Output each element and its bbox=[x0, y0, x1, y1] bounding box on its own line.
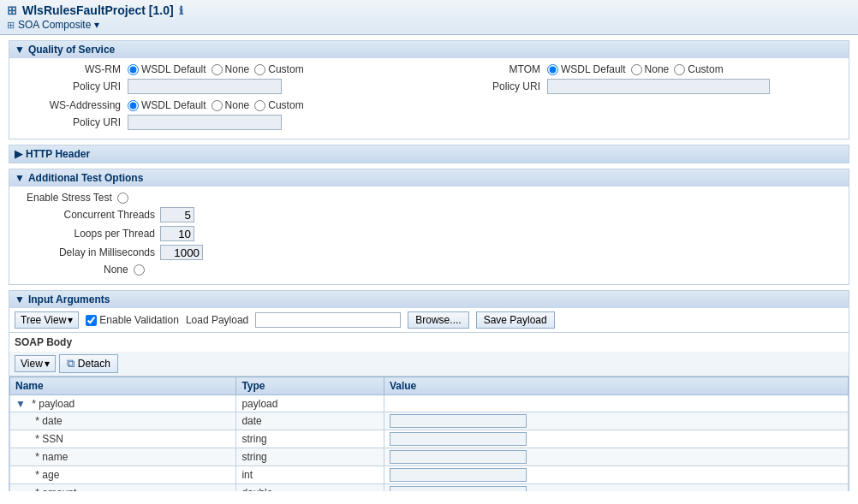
info-icon[interactable]: ℹ bbox=[179, 4, 183, 17]
mtom-row: MTOM WSDL Default None bbox=[438, 63, 840, 75]
wsaddr-policy-input[interactable] bbox=[128, 115, 282, 130]
wsrm-wsdldefault-option[interactable]: WSDL Default bbox=[128, 63, 206, 75]
wsrm-wsdldefault-radio[interactable] bbox=[128, 64, 139, 75]
mtom-label: MTOM bbox=[438, 63, 540, 75]
soap-body-label: SOAP Body bbox=[9, 333, 849, 352]
mtom-custom-label: Custom bbox=[688, 63, 723, 75]
soa-composite-icon: ⊞ bbox=[7, 20, 15, 31]
additional-test-title: Additional Test Options bbox=[28, 172, 143, 184]
none-row: None bbox=[18, 264, 840, 276]
stress-test-radio[interactable] bbox=[117, 193, 128, 204]
row-value-date[interactable] bbox=[384, 412, 848, 430]
additional-test-header[interactable]: ▼ Additional Test Options bbox=[9, 169, 849, 187]
row-value-payload bbox=[384, 395, 848, 412]
row-name-amount: * amount bbox=[10, 484, 236, 492]
concurrent-threads-input[interactable]: 5 bbox=[160, 207, 194, 222]
age-name: * age bbox=[35, 469, 59, 481]
qos-section: ▼ Quality of Service WS-RM WSDL Default bbox=[9, 40, 849, 139]
wsaddr-custom-option[interactable]: Custom bbox=[254, 99, 303, 111]
tree-expand-icon[interactable]: ▼ bbox=[15, 398, 26, 410]
concurrent-threads-label: Concurrent Threads bbox=[44, 209, 155, 221]
qos-collapse-icon: ▼ bbox=[15, 44, 25, 56]
mtom-custom-radio[interactable] bbox=[674, 64, 685, 75]
http-header-section-header[interactable]: ▶ HTTP Header bbox=[9, 145, 849, 163]
save-payload-button[interactable]: Save Payload bbox=[476, 311, 555, 329]
tree-view-dropdown-icon: ▾ bbox=[68, 314, 73, 326]
age-value-input[interactable] bbox=[390, 468, 527, 482]
enable-validation-label[interactable]: Enable Validation bbox=[86, 314, 179, 326]
table-header-row: Name Type Value bbox=[10, 377, 849, 395]
input-arguments-title: Input Arguments bbox=[28, 294, 110, 305]
wsrm-custom-radio[interactable] bbox=[254, 64, 265, 75]
main-content: ▼ Quality of Service WS-RM WSDL Default bbox=[0, 35, 858, 491]
wsrm-none-radio[interactable] bbox=[212, 64, 223, 75]
delay-ms-label: Delay in Milliseconds bbox=[44, 246, 155, 258]
wsaddr-wsdldefault-option[interactable]: WSDL Default bbox=[128, 99, 206, 111]
wsrm-label: WS-RM bbox=[18, 63, 121, 75]
row-value-amount[interactable] bbox=[384, 484, 848, 492]
ssn-name: * SSN bbox=[35, 433, 63, 445]
row-type-name: string bbox=[236, 448, 384, 466]
date-value-input[interactable] bbox=[390, 414, 527, 428]
amount-value-input[interactable] bbox=[390, 486, 527, 491]
wsaddr-custom-radio[interactable] bbox=[254, 100, 265, 111]
soap-toolbar: View ▾ ⧉ Detach bbox=[9, 352, 849, 377]
row-value-ssn[interactable] bbox=[384, 430, 848, 448]
mtom-wsdldefault-option[interactable]: WSDL Default bbox=[547, 63, 626, 75]
wsaddr-none-label: None bbox=[225, 99, 250, 111]
mtom-none-option[interactable]: None bbox=[631, 63, 670, 75]
additional-test-body: Enable Stress Test Concurrent Threads 5 … bbox=[9, 187, 849, 284]
detach-button[interactable]: ⧉ Detach bbox=[59, 354, 118, 373]
http-header-section: ▶ HTTP Header bbox=[9, 145, 849, 163]
mtom-none-label: None bbox=[645, 63, 670, 75]
col-value-header: Value bbox=[384, 377, 848, 395]
wsrm-radio-group: WSDL Default None Custom bbox=[128, 63, 304, 75]
row-name-payload: ▼ * payload bbox=[10, 395, 236, 412]
name-value-input[interactable] bbox=[390, 450, 527, 464]
delay-ms-input[interactable]: 1000 bbox=[160, 245, 203, 260]
view-dropdown-icon: ▾ bbox=[45, 358, 50, 370]
input-arguments-header[interactable]: ▼ Input Arguments bbox=[9, 291, 849, 308]
input-arguments-section: ▼ Input Arguments Tree View ▾ Enable Val… bbox=[9, 290, 849, 491]
amount-name: * amount bbox=[35, 487, 76, 491]
qos-left: WS-RM WSDL Default None bbox=[18, 63, 420, 133]
soap-body-table: Name Type Value ▼ * payload payload bbox=[9, 377, 849, 491]
mtom-custom-option[interactable]: Custom bbox=[674, 63, 723, 75]
mtom-policy-label: Policy URI bbox=[438, 80, 540, 92]
input-arguments-body: Tree View ▾ Enable Validation Load Paylo… bbox=[9, 308, 849, 491]
wsrm-none-option[interactable]: None bbox=[212, 63, 250, 75]
soa-composite-bar[interactable]: ⊞ SOA Composite ▾ bbox=[7, 19, 851, 31]
name-name: * name bbox=[35, 451, 68, 463]
table-row: * amount double bbox=[10, 484, 849, 492]
none-radio[interactable] bbox=[134, 264, 145, 276]
tree-view-button[interactable]: Tree View ▾ bbox=[15, 311, 79, 329]
row-value-age[interactable] bbox=[384, 466, 848, 484]
view-button[interactable]: View ▾ bbox=[15, 355, 56, 372]
loops-per-thread-row: Loops per Thread 10 bbox=[18, 226, 840, 241]
wsaddr-custom-label: Custom bbox=[268, 99, 303, 111]
wsaddr-wsdldefault-label: WSDL Default bbox=[141, 99, 206, 111]
app-title-bar: ⊞ WlsRulesFaultProject [1.0] ℹ bbox=[7, 3, 851, 17]
browse-button[interactable]: Browse.... bbox=[408, 311, 468, 329]
mtom-wsdldefault-radio[interactable] bbox=[547, 64, 558, 75]
ssn-value-input[interactable] bbox=[390, 432, 527, 446]
wsrm-custom-option[interactable]: Custom bbox=[254, 63, 303, 75]
wsrm-policy-input[interactable] bbox=[128, 79, 282, 94]
wsaddr-none-radio[interactable] bbox=[212, 100, 223, 111]
wsaddr-wsdldefault-radio[interactable] bbox=[128, 100, 139, 111]
wsaddr-policy-label: Policy URI bbox=[18, 116, 121, 128]
project-title: WlsRulesFaultProject [1.0] bbox=[22, 3, 174, 17]
wsaddressing-radio-group: WSDL Default None Custom bbox=[128, 99, 304, 111]
qos-section-header[interactable]: ▼ Quality of Service bbox=[9, 41, 849, 58]
enable-validation-checkbox[interactable] bbox=[86, 315, 97, 326]
loops-per-thread-input[interactable]: 10 bbox=[160, 226, 194, 241]
mtom-none-radio[interactable] bbox=[631, 64, 642, 75]
mtom-radio-group: WSDL Default None Custom bbox=[547, 63, 724, 75]
row-value-name[interactable] bbox=[384, 448, 848, 466]
load-payload-input[interactable] bbox=[255, 312, 401, 328]
wsaddr-none-option[interactable]: None bbox=[212, 99, 250, 111]
table-row: * age int bbox=[10, 466, 849, 484]
soa-dropdown-icon[interactable]: ▾ bbox=[94, 19, 99, 31]
mtom-policy-input[interactable] bbox=[547, 79, 770, 94]
view-label: View bbox=[21, 358, 43, 370]
